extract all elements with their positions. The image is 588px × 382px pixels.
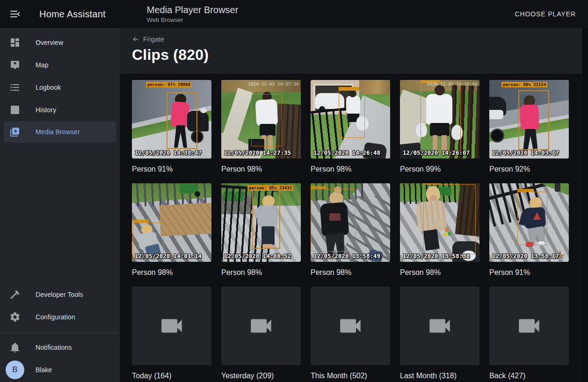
clip-timestamp-overlay: 12/05/2020 13:58:30	[403, 252, 470, 259]
clip-thumbnail[interactable]: 12/05/2020 13:58:17	[489, 183, 569, 262]
sidebar-item-logbook[interactable]: Logbook	[0, 76, 120, 99]
media-browser-icon	[9, 126, 21, 137]
list-icon	[9, 82, 21, 93]
sidebar: OverviewMapLogbookHistoryMedia Browser D…	[0, 28, 120, 382]
clip-tile[interactable]: 12/05/2020 13:58:49 Person 98%	[311, 183, 390, 277]
clip-tile[interactable]: 12/05/2020 13:58:30 Person 98%	[400, 183, 479, 277]
hammer-icon	[9, 289, 21, 300]
folder-caption: Today (164)	[132, 371, 211, 381]
page-title: Clips (820)	[132, 46, 588, 64]
clip-timestamp-overlay: 12/05/2020 13:58:49	[313, 252, 380, 259]
sidebar-item-overview[interactable]: Overview	[0, 31, 120, 54]
scene-layer	[159, 202, 211, 237]
sidebar-item-media-browser[interactable]: Media Browser	[4, 121, 116, 143]
folder-thumbnail[interactable]	[221, 287, 301, 365]
clip-thumbnail[interactable]: 12/05/2020 13:58:30	[400, 183, 479, 262]
clip-caption: Person 98%	[132, 268, 211, 277]
clip-tile[interactable]: 12/05/2020 14:26:48 Person 98%	[311, 80, 390, 174]
camera-osd-datetime: 2020-12-05 16:27:36	[248, 81, 299, 86]
clips-grid: person: 97% 29988 12/05/2020 14:38:47 Pe…	[120, 74, 588, 277]
media-player-title-block: Media Player Browser Web Browser	[147, 4, 239, 24]
detection-bounding-box	[517, 192, 547, 245]
folder-tile[interactable]: Today (164)	[132, 287, 211, 381]
chart-icon	[9, 104, 21, 115]
folder-caption: Back (427)	[489, 371, 569, 381]
folder-thumbnail[interactable]	[489, 287, 569, 365]
clip-timestamp-overlay: 12/05/2020 13:58:17	[492, 252, 559, 259]
user-name: Blake	[36, 366, 52, 374]
clip-thumbnail[interactable]: 12/05/2020 14:01:14	[132, 183, 211, 262]
sidebar-nav-footer: Notifications	[0, 336, 120, 359]
sidebar-item-configuration[interactable]: Configuration	[0, 306, 120, 328]
sidebar-item-label: History	[36, 106, 56, 114]
folder-thumbnail[interactable]	[311, 287, 390, 365]
detection-bounding-box	[167, 92, 197, 149]
clip-tile[interactable]: person: 97% 29988 12/05/2020 14:38:47 Pe…	[132, 80, 211, 174]
clip-caption: Person 98%	[221, 268, 301, 277]
clip-thumbnail[interactable]: person: 96% 32154 12/05/2020 14:03:17	[489, 80, 569, 159]
clip-tile[interactable]: 2020-12-05 16:27:36 12/05/2020 14:27:35 …	[221, 80, 301, 174]
video-camera-icon	[426, 312, 453, 339]
folder-caption: Yesterday (209)	[221, 371, 301, 381]
folder-tile[interactable]: Last Month (318)	[400, 287, 479, 381]
sidebar-toggle-button[interactable]	[9, 8, 21, 20]
clip-timestamp-overlay: 12/05/2020 14:26:07	[403, 149, 470, 156]
sidebar-divider	[0, 333, 120, 333]
sidebar-item-map[interactable]: Map	[0, 54, 120, 76]
clip-thumbnail[interactable]: person: 97% 29988 12/05/2020 14:38:47	[132, 80, 211, 159]
clip-thumbnail[interactable]: person: 95% 23432 12/05/2020 14:00:52	[221, 183, 301, 262]
scrollbar-track[interactable]	[582, 28, 588, 382]
sidebar-item-label: Map	[36, 61, 49, 69]
sidebar-item-user[interactable]: B Blake	[0, 359, 120, 381]
detection-label: person: 97% 29988	[146, 82, 192, 87]
content-header: Frigate Clips (820)	[120, 28, 588, 74]
sidebar-item-developer-tools[interactable]: Developer Tools	[0, 283, 120, 306]
scene-layer	[555, 183, 560, 192]
folder-thumbnail[interactable]	[400, 287, 479, 365]
page-header-subtitle: Web Browser	[147, 16, 239, 24]
arrow-left-icon	[132, 36, 139, 43]
scene-layer	[490, 129, 504, 143]
folder-tile[interactable]: Yesterday (209)	[221, 287, 301, 381]
folder-tile[interactable]: This Month (502)	[311, 287, 390, 381]
app-title: Home Assistant	[39, 9, 106, 20]
detection-bounding-box	[252, 190, 280, 249]
sidebar-item-label: Notifications	[36, 344, 72, 351]
clip-timestamp-overlay: 12/05/2020 14:03:17	[492, 149, 559, 156]
clip-timestamp-overlay: 12/05/2020 14:26:48	[313, 149, 380, 156]
clip-thumbnail[interactable]: 12/05/2020 14:26:48	[311, 80, 390, 159]
clip-tile[interactable]: person: 96% 32154 12/05/2020 14:03:17 Pe…	[489, 80, 569, 174]
breadcrumb-back-button[interactable]: Frigate	[132, 36, 164, 43]
clip-thumbnail[interactable]: 12/05/2020 13:58:49	[311, 183, 390, 262]
clip-caption: Person 98%	[311, 268, 390, 277]
clip-tile[interactable]: 12/05/2020 14:01:14 Person 98%	[132, 183, 211, 277]
folder-tile[interactable]: Back (427)	[489, 287, 569, 381]
dashboard-icon	[9, 37, 21, 48]
clip-timestamp-overlay: 12/05/2020 14:27:35	[224, 149, 291, 156]
clip-thumbnail[interactable]: 2020-12-05 16:26:06 12/05/2020 14:26:07	[400, 80, 479, 159]
sidebar-item-label: Logbook	[36, 84, 61, 91]
sidebar-item-label: Configuration	[36, 313, 75, 321]
detection-bounding-box	[423, 184, 476, 254]
clip-timestamp-overlay: 12/05/2020 14:38:47	[135, 149, 202, 156]
sidebar-nav-tools: Developer ToolsConfiguration	[0, 283, 120, 328]
detection-bounding-box	[421, 83, 461, 152]
folder-thumbnail[interactable]	[132, 287, 211, 365]
clip-caption: Person 99%	[400, 165, 479, 174]
video-camera-icon	[515, 312, 543, 339]
sidebar-spacer	[0, 143, 120, 283]
sidebar-item-history[interactable]: History	[0, 99, 120, 121]
detection-bounding-box	[518, 90, 549, 150]
clip-timestamp-overlay: 12/05/2020 14:01:14	[135, 252, 202, 259]
clip-tile[interactable]: 2020-12-05 16:26:06 12/05/2020 14:26:07 …	[400, 80, 479, 174]
sidebar-item-notifications[interactable]: Notifications	[0, 336, 120, 359]
clip-caption: Person 98%	[221, 165, 301, 174]
clip-thumbnail[interactable]: 2020-12-05 16:27:36 12/05/2020 14:27:35	[221, 80, 301, 159]
choose-player-button[interactable]: CHOOSE PLAYER	[510, 7, 581, 22]
app-header: Home Assistant Media Player Browser Web …	[0, 0, 588, 28]
clip-caption: Person 91%	[132, 165, 211, 174]
detection-bounding-box	[339, 90, 365, 138]
clip-tile[interactable]: person: 95% 23432 12/05/2020 14:00:52 Pe…	[221, 183, 301, 277]
detection-label: person: 96% 32154	[501, 82, 547, 87]
clip-tile[interactable]: 12/05/2020 13:58:17 Person 91%	[489, 183, 569, 277]
